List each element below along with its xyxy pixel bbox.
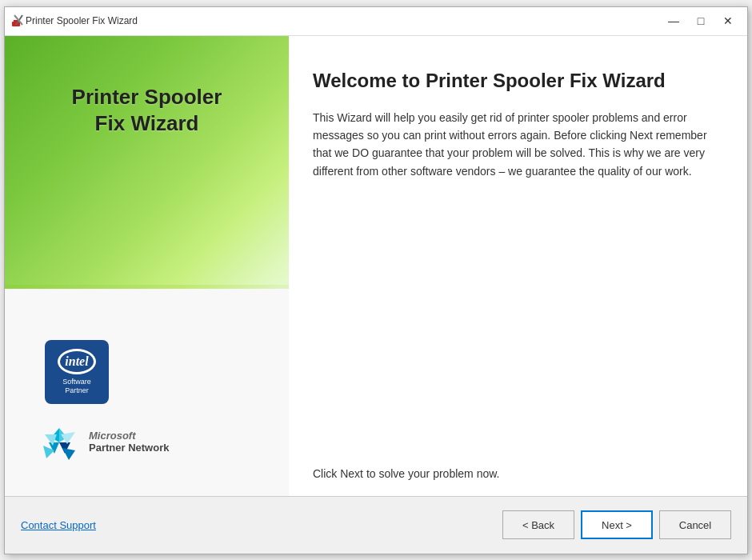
logos-area: intel SoftwarePartner xyxy=(5,340,289,496)
bottom-buttons: < Back Next > Cancel xyxy=(502,510,731,539)
intel-label: SoftwarePartner xyxy=(62,378,91,395)
titlebar: Printer Spooler Fix Wizard — □ ✕ xyxy=(5,7,747,36)
right-panel: Welcome to Printer Spooler Fix Wizard Th… xyxy=(289,36,747,496)
intel-ring: intel xyxy=(58,349,96,374)
cancel-button[interactable]: Cancel xyxy=(659,510,731,539)
minimize-button[interactable]: — xyxy=(661,10,686,32)
ms-name: Microsoft xyxy=(89,430,169,442)
welcome-title: Welcome to Printer Spooler Fix Wizard xyxy=(313,68,715,93)
window-controls: — □ ✕ xyxy=(661,10,741,32)
window-title: Printer Spooler Fix Wizard xyxy=(26,15,661,26)
back-button[interactable]: < Back xyxy=(502,510,574,539)
ms-sub: Partner Network xyxy=(89,442,169,454)
intel-text: intel xyxy=(65,354,88,369)
click-next-text: Click Next to solve your problem now. xyxy=(313,451,715,480)
ms-partner-text-block: Microsoft Partner Network xyxy=(89,430,169,454)
intel-badge: intel SoftwarePartner xyxy=(45,340,109,404)
content-area: Printer SpoolerFix Wizard intel Software… xyxy=(5,36,747,496)
ms-partner-area: Microsoft Partner Network xyxy=(37,420,169,464)
bottom-bar: Contact Support < Back Next > Cancel xyxy=(5,496,747,554)
contact-support-link[interactable]: Contact Support xyxy=(21,519,96,531)
next-button[interactable]: Next > xyxy=(581,510,653,539)
left-panel: Printer SpoolerFix Wizard intel Software… xyxy=(5,36,289,496)
app-icon xyxy=(11,14,26,28)
main-window: Printer Spooler Fix Wizard — □ ✕ Printer… xyxy=(4,6,748,554)
ms-logo xyxy=(37,420,81,464)
welcome-body: This Wizard will help you easily get rid… xyxy=(313,109,715,181)
sidebar-title: Printer SpoolerFix Wizard xyxy=(56,84,238,138)
maximize-button[interactable]: □ xyxy=(688,10,714,32)
svg-marker-11 xyxy=(62,448,75,460)
close-button[interactable]: ✕ xyxy=(715,10,741,32)
